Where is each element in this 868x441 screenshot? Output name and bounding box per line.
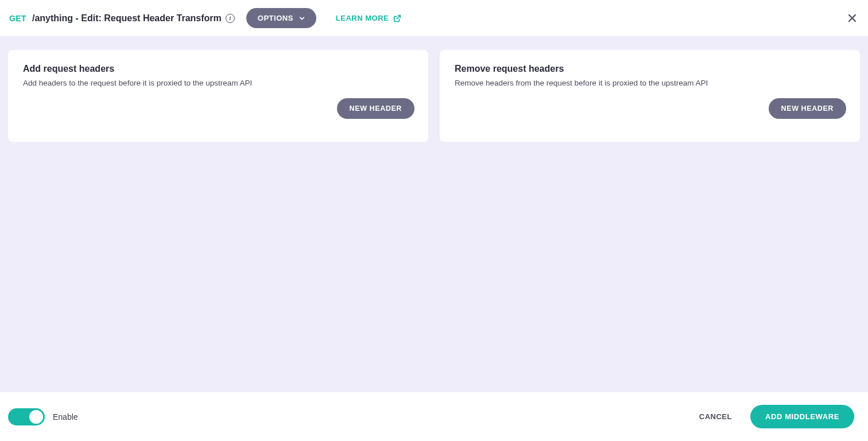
close-button[interactable] [846,13,858,24]
page-footer: Enable CANCEL ADD MIDDLEWARE [0,392,868,441]
page-header: GET /anything - Edit: Request Header Tra… [0,0,868,36]
chevron-down-icon [299,16,305,21]
add-request-headers-card: Add request headers Add headers to the r… [8,50,428,142]
add-middleware-button[interactable]: ADD MIDDLEWARE [750,405,854,428]
options-button[interactable]: OPTIONS [246,8,316,28]
close-icon [848,14,856,22]
options-label: OPTIONS [258,14,293,22]
card-title-remove: Remove request headers [455,64,845,74]
toggle-knob [29,410,43,424]
page-title: /anything - Edit: Request Header Transfo… [32,13,222,24]
content-area: Add request headers Add headers to the r… [0,36,868,392]
remove-request-headers-card: Remove request headers Remove headers fr… [440,50,860,142]
http-method-badge: GET [9,14,26,23]
new-header-button-remove[interactable]: NEW HEADER [769,98,846,119]
card-desc-remove: Remove headers from the request before i… [455,78,845,89]
cancel-button[interactable]: CANCEL [689,407,742,427]
info-icon[interactable]: i [226,14,235,23]
learn-more-label: LEARN MORE [336,14,389,22]
external-link-icon [393,14,401,22]
card-desc-add: Add headers to the request before it is … [23,78,413,89]
enable-toggle[interactable] [8,408,45,425]
enable-toggle-label: Enable [53,412,78,421]
learn-more-link[interactable]: LEARN MORE [336,14,401,22]
card-title-add: Add request headers [23,64,413,74]
new-header-button-add[interactable]: NEW HEADER [337,98,414,119]
